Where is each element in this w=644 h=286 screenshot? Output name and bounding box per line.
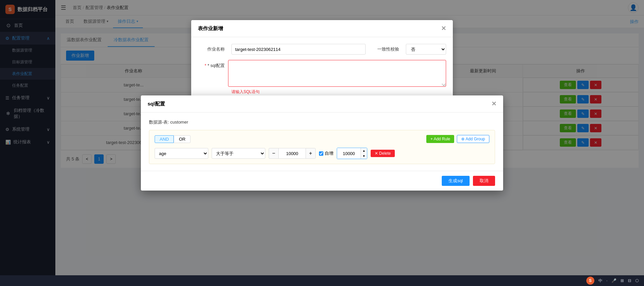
add-rule-button[interactable]: + Add Rule	[426, 135, 454, 143]
increment-up-button[interactable]: ▲	[361, 148, 367, 153]
and-or-toggle: AND OR	[155, 135, 191, 143]
statusbar-lang[interactable]: 中	[598, 278, 602, 284]
form-row-sql-config: * sql配置 ⤡ 请输入SQL语句	[198, 60, 446, 95]
stepper-minus-button[interactable]: −	[269, 148, 279, 159]
rule-row: age 大于等于 小于等于 等于 不等于 − +	[155, 148, 489, 159]
statusbar-grid-icon[interactable]: ⊞	[621, 278, 624, 283]
auto-increment-label: 自增	[325, 150, 333, 156]
or-button[interactable]: OR	[174, 135, 191, 143]
sql-error-message: 请输入SQL语句	[231, 89, 446, 95]
modal-title: 表作业新增	[198, 25, 223, 32]
statusbar-hex-icon[interactable]: ⬡	[635, 278, 639, 283]
job-name-label: 作业名称	[198, 46, 225, 52]
rule-group-header: AND OR + Add Rule ⊕ Add Group	[155, 135, 489, 143]
add-group-button[interactable]: ⊕ Add Group	[457, 135, 489, 143]
modal-header: 表作业新增 ✕	[191, 20, 453, 37]
stepper-value-input[interactable]	[279, 148, 306, 159]
and-button[interactable]: AND	[155, 135, 174, 143]
job-name-input[interactable]	[231, 44, 366, 55]
statusbar-dot: ·	[606, 278, 607, 283]
sql-modal-footer: 生成sql 取消	[141, 171, 503, 191]
statusbar-mic-icon[interactable]: 🎤	[611, 278, 616, 283]
value-stepper: − +	[269, 148, 316, 159]
increment-down-button[interactable]: ▼	[361, 153, 367, 159]
status-bar: S 中 · 🎤 ⊞ ⊟ ⬡	[0, 275, 644, 286]
statusbar-minus-icon[interactable]: ⊟	[628, 278, 631, 283]
auto-increment-checkbox[interactable]	[319, 151, 323, 156]
sql-config-label: * sql配置	[198, 60, 225, 69]
sql-config-textarea[interactable]	[228, 60, 446, 87]
increment-value-input[interactable]	[337, 148, 361, 159]
resize-handle-icon: ⤡	[441, 83, 444, 86]
modal-close-button[interactable]: ✕	[441, 25, 446, 32]
s-logo: S	[586, 277, 594, 285]
increment-spinners: ▲ ▼	[361, 148, 367, 159]
sql-modal-header: sql配置 ✕	[141, 95, 503, 113]
rule-actions: + Add Rule ⊕ Add Group	[426, 135, 489, 143]
sql-modal-title: sql配置	[148, 101, 165, 107]
generate-sql-button[interactable]: 生成sql	[442, 176, 470, 186]
consistency-label: 一致性校验	[372, 46, 399, 52]
delete-rule-button[interactable]: ✕ Delete	[371, 150, 395, 157]
form-row-job-name: 作业名称 一致性校验 否 是	[198, 44, 446, 55]
auto-increment-group: 自增	[319, 150, 333, 156]
increment-input-wrap: ▲ ▼	[337, 148, 367, 159]
datasource-table-label: 数据源-表: customer	[149, 119, 495, 125]
rule-group: AND OR + Add Rule ⊕ Add Group age 大于等于 小…	[149, 130, 495, 164]
consistency-select[interactable]: 否 是	[406, 44, 446, 55]
sql-cancel-button[interactable]: 取消	[473, 176, 495, 186]
sql-modal-body: 数据源-表: customer AND OR + Add Rule ⊕ Add …	[141, 113, 503, 171]
rule-operator-select[interactable]: 大于等于 小于等于 等于 不等于	[212, 148, 265, 159]
modal-sql-config: sql配置 ✕ 数据源-表: customer AND OR + Add Rul…	[141, 95, 503, 191]
sql-modal-close-button[interactable]: ✕	[491, 100, 496, 108]
stepper-plus-button[interactable]: +	[306, 148, 316, 159]
rule-field-select[interactable]: age	[155, 148, 208, 159]
